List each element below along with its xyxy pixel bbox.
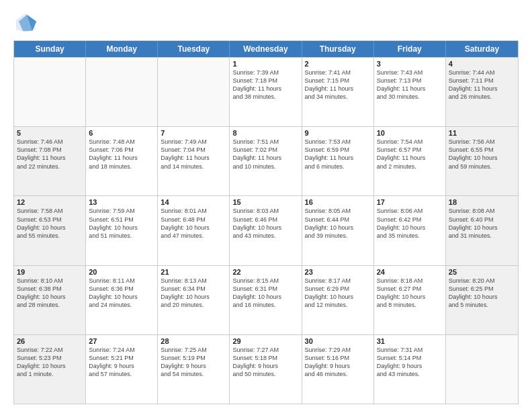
day-number: 30	[305, 337, 371, 345]
day-info: Sunrise: 7:46 AM Sunset: 7:08 PM Dayligh…	[17, 138, 83, 171]
day-number: 13	[89, 198, 154, 206]
cal-week-2: 5Sunrise: 7:46 AM Sunset: 7:08 PM Daylig…	[14, 126, 518, 195]
cal-header-sunday: Sunday	[14, 41, 86, 57]
cal-cell: 26Sunrise: 7:22 AM Sunset: 5:23 PM Dayli…	[14, 335, 86, 404]
day-info: Sunrise: 7:24 AM Sunset: 5:21 PM Dayligh…	[89, 346, 154, 379]
day-info: Sunrise: 7:51 AM Sunset: 7:02 PM Dayligh…	[232, 138, 298, 171]
day-info: Sunrise: 8:10 AM Sunset: 6:38 PM Dayligh…	[17, 277, 83, 310]
cal-cell: 21Sunrise: 8:13 AM Sunset: 6:34 PM Dayli…	[158, 266, 230, 334]
day-info: Sunrise: 7:25 AM Sunset: 5:19 PM Dayligh…	[161, 346, 226, 379]
cal-cell: 19Sunrise: 8:10 AM Sunset: 6:38 PM Dayli…	[14, 266, 86, 334]
cal-cell: 12Sunrise: 7:58 AM Sunset: 6:53 PM Dayli…	[14, 196, 86, 265]
day-number: 25	[449, 268, 515, 276]
day-number: 20	[89, 268, 154, 276]
cal-cell: 1Sunrise: 7:39 AM Sunset: 7:18 PM Daylig…	[230, 58, 302, 126]
day-number: 6	[89, 129, 154, 137]
day-number: 1	[232, 60, 298, 68]
cal-cell: 24Sunrise: 8:18 AM Sunset: 6:27 PM Dayli…	[374, 266, 446, 334]
cal-cell: 3Sunrise: 7:43 AM Sunset: 7:13 PM Daylig…	[374, 58, 446, 126]
cal-week-3: 12Sunrise: 7:58 AM Sunset: 6:53 PM Dayli…	[14, 195, 518, 265]
calendar: SundayMondayTuesdayWednesdayThursdayFrid…	[13, 40, 519, 404]
day-info: Sunrise: 7:49 AM Sunset: 7:04 PM Dayligh…	[161, 138, 226, 171]
day-number: 28	[161, 337, 226, 345]
cal-week-4: 19Sunrise: 8:10 AM Sunset: 6:38 PM Dayli…	[14, 265, 518, 334]
day-number: 3	[377, 60, 443, 68]
cal-week-5: 26Sunrise: 7:22 AM Sunset: 5:23 PM Dayli…	[14, 334, 518, 404]
day-info: Sunrise: 8:15 AM Sunset: 6:31 PM Dayligh…	[232, 277, 298, 310]
cal-cell: 16Sunrise: 8:05 AM Sunset: 6:44 PM Dayli…	[302, 196, 374, 265]
day-info: Sunrise: 8:13 AM Sunset: 6:34 PM Dayligh…	[161, 277, 226, 310]
calendar-body: 1Sunrise: 7:39 AM Sunset: 7:18 PM Daylig…	[14, 57, 518, 404]
cal-cell: 31Sunrise: 7:31 AM Sunset: 5:14 PM Dayli…	[374, 335, 446, 404]
cal-cell	[446, 335, 518, 404]
day-number: 8	[232, 129, 298, 137]
cal-cell: 10Sunrise: 7:54 AM Sunset: 6:57 PM Dayli…	[374, 127, 446, 195]
cal-cell: 13Sunrise: 7:59 AM Sunset: 6:51 PM Dayli…	[86, 196, 158, 265]
cal-week-1: 1Sunrise: 7:39 AM Sunset: 7:18 PM Daylig…	[14, 57, 518, 126]
day-number: 17	[377, 198, 443, 206]
day-info: Sunrise: 7:29 AM Sunset: 5:16 PM Dayligh…	[305, 346, 371, 379]
day-number: 9	[305, 129, 371, 137]
day-number: 10	[377, 129, 443, 137]
header	[13, 11, 519, 35]
day-info: Sunrise: 8:20 AM Sunset: 6:25 PM Dayligh…	[449, 277, 515, 310]
cal-header-wednesday: Wednesday	[230, 41, 302, 57]
day-number: 31	[377, 337, 443, 345]
day-info: Sunrise: 7:27 AM Sunset: 5:18 PM Dayligh…	[232, 346, 298, 379]
page: SundayMondayTuesdayWednesdayThursdayFrid…	[0, 0, 532, 411]
cal-header-friday: Friday	[374, 41, 446, 57]
day-number: 12	[17, 198, 83, 206]
day-info: Sunrise: 7:53 AM Sunset: 6:59 PM Dayligh…	[305, 138, 371, 171]
cal-cell	[14, 58, 86, 126]
day-info: Sunrise: 8:03 AM Sunset: 6:46 PM Dayligh…	[232, 207, 298, 240]
day-number: 15	[232, 198, 298, 206]
logo	[13, 11, 40, 35]
day-info: Sunrise: 8:11 AM Sunset: 6:36 PM Dayligh…	[89, 277, 154, 310]
day-info: Sunrise: 8:18 AM Sunset: 6:27 PM Dayligh…	[377, 277, 443, 310]
day-info: Sunrise: 7:41 AM Sunset: 7:15 PM Dayligh…	[305, 68, 371, 101]
cal-header-saturday: Saturday	[446, 41, 518, 57]
cal-cell: 6Sunrise: 7:48 AM Sunset: 7:06 PM Daylig…	[86, 127, 158, 195]
day-number: 24	[377, 268, 443, 276]
day-info: Sunrise: 7:58 AM Sunset: 6:53 PM Dayligh…	[17, 207, 83, 240]
day-info: Sunrise: 7:22 AM Sunset: 5:23 PM Dayligh…	[17, 346, 83, 379]
day-number: 26	[17, 337, 83, 345]
day-number: 2	[305, 60, 371, 68]
cal-cell: 30Sunrise: 7:29 AM Sunset: 5:16 PM Dayli…	[302, 335, 374, 404]
day-info: Sunrise: 7:44 AM Sunset: 7:11 PM Dayligh…	[449, 68, 515, 101]
cal-cell: 8Sunrise: 7:51 AM Sunset: 7:02 PM Daylig…	[230, 127, 302, 195]
day-info: Sunrise: 7:39 AM Sunset: 7:18 PM Dayligh…	[232, 68, 298, 101]
day-number: 7	[161, 129, 226, 137]
cal-header-monday: Monday	[86, 41, 158, 57]
day-number: 27	[89, 337, 154, 345]
cal-cell: 15Sunrise: 8:03 AM Sunset: 6:46 PM Dayli…	[230, 196, 302, 265]
cal-cell: 23Sunrise: 8:17 AM Sunset: 6:29 PM Dayli…	[302, 266, 374, 334]
cal-cell: 7Sunrise: 7:49 AM Sunset: 7:04 PM Daylig…	[158, 127, 230, 195]
day-info: Sunrise: 7:54 AM Sunset: 6:57 PM Dayligh…	[377, 138, 443, 171]
cal-cell: 14Sunrise: 8:01 AM Sunset: 6:48 PM Dayli…	[158, 196, 230, 265]
cal-cell: 17Sunrise: 8:06 AM Sunset: 6:42 PM Dayli…	[374, 196, 446, 265]
cal-cell: 11Sunrise: 7:56 AM Sunset: 6:55 PM Dayli…	[446, 127, 518, 195]
cal-cell	[86, 58, 158, 126]
day-number: 14	[161, 198, 226, 206]
cal-cell: 9Sunrise: 7:53 AM Sunset: 6:59 PM Daylig…	[302, 127, 374, 195]
cal-cell: 27Sunrise: 7:24 AM Sunset: 5:21 PM Dayli…	[86, 335, 158, 404]
day-info: Sunrise: 8:17 AM Sunset: 6:29 PM Dayligh…	[305, 277, 371, 310]
cal-cell: 20Sunrise: 8:11 AM Sunset: 6:36 PM Dayli…	[86, 266, 158, 334]
cal-cell: 22Sunrise: 8:15 AM Sunset: 6:31 PM Dayli…	[230, 266, 302, 334]
cal-cell: 2Sunrise: 7:41 AM Sunset: 7:15 PM Daylig…	[302, 58, 374, 126]
day-number: 29	[232, 337, 298, 345]
day-number: 22	[232, 268, 298, 276]
day-number: 16	[305, 198, 371, 206]
cal-cell: 28Sunrise: 7:25 AM Sunset: 5:19 PM Dayli…	[158, 335, 230, 404]
day-info: Sunrise: 7:31 AM Sunset: 5:14 PM Dayligh…	[377, 346, 443, 379]
day-number: 19	[17, 268, 83, 276]
day-number: 21	[161, 268, 226, 276]
day-info: Sunrise: 7:43 AM Sunset: 7:13 PM Dayligh…	[377, 68, 443, 101]
day-number: 23	[305, 268, 371, 276]
cal-cell: 29Sunrise: 7:27 AM Sunset: 5:18 PM Dayli…	[230, 335, 302, 404]
day-info: Sunrise: 7:59 AM Sunset: 6:51 PM Dayligh…	[89, 207, 154, 240]
day-number: 18	[449, 198, 515, 206]
cal-header-tuesday: Tuesday	[158, 41, 230, 57]
cal-header-thursday: Thursday	[302, 41, 374, 57]
